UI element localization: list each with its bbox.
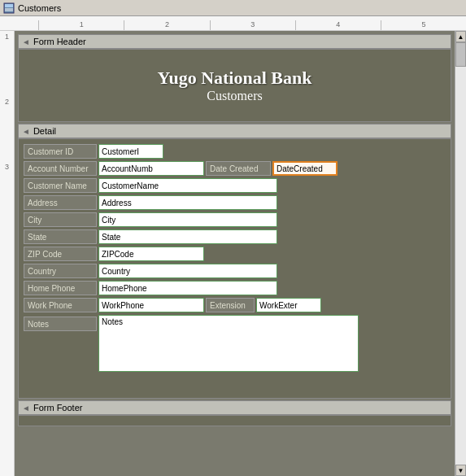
left-ruler-2: 2 <box>0 96 14 161</box>
city-input[interactable]: City <box>98 212 277 227</box>
country-input[interactable]: Country <box>98 264 277 278</box>
form-header-content: Yugo National Bank Customers <box>18 49 451 122</box>
customer-name-label: Customer Name <box>24 178 97 193</box>
form-footer-content <box>18 415 451 426</box>
notes-input[interactable]: Notes <box>98 315 359 372</box>
form-subtitle: Customers <box>207 89 262 103</box>
form-footer-arrow: ◄ <box>22 404 30 413</box>
home-phone-row: Home Phone HomePhone <box>24 281 446 295</box>
customer-name-input[interactable]: CustomerName <box>98 178 277 193</box>
form-header-arrow: ◄ <box>22 37 30 46</box>
ruler-mark-1: 1 <box>38 20 124 30</box>
scroll-up-button[interactable]: ▲ <box>455 31 466 42</box>
customer-id-row: Customer ID CustomerI <box>24 144 446 159</box>
country-row: Country Country <box>24 264 446 278</box>
form-icon <box>3 2 15 14</box>
address-row: Address Address <box>24 195 446 210</box>
ruler-mark-4: 4 <box>295 20 381 30</box>
home-phone-label: Home Phone <box>24 281 97 295</box>
bank-name: Yugo National Bank <box>158 68 312 89</box>
scroll-down-button[interactable]: ▼ <box>455 465 466 476</box>
notes-row: Notes Notes <box>24 315 446 372</box>
address-input[interactable]: Address <box>98 195 277 210</box>
home-phone-input[interactable]: HomePhone <box>98 281 277 295</box>
ruler-mark-5: 5 <box>381 20 466 30</box>
ruler-mark-2: 2 <box>124 20 209 30</box>
svg-rect-1 <box>5 4 13 7</box>
detail-arrow: ◄ <box>22 127 30 136</box>
left-ruler-1: 1 <box>0 31 14 96</box>
design-area: ◄ Form Header Yugo National Bank Custome… <box>15 31 455 476</box>
work-phone-input[interactable]: WorkPhone <box>98 298 204 312</box>
zip-code-label: ZIP Code <box>24 247 97 261</box>
ruler-mark-3: 3 <box>210 20 295 30</box>
city-label: City <box>24 212 97 227</box>
work-phone-row: Work Phone WorkPhone Extension WorkExter <box>24 298 446 312</box>
work-phone-label: Work Phone <box>24 298 97 312</box>
left-ruler: 1 2 3 <box>0 31 15 476</box>
city-row: City City <box>24 212 446 227</box>
address-label: Address <box>24 195 97 210</box>
state-input[interactable]: State <box>98 229 277 244</box>
customer-name-row: Customer Name CustomerName <box>24 178 446 193</box>
state-row: State State <box>24 229 446 244</box>
detail-content: Customer ID CustomerI Account Number Acc… <box>18 138 451 399</box>
scrollbar-track[interactable] <box>455 42 466 465</box>
scrollbar-thumb[interactable] <box>455 42 466 67</box>
zip-code-input[interactable]: ZIPCode <box>98 247 204 261</box>
form-header-label: ◄ Form Header <box>18 34 451 49</box>
account-number-label: Account Number <box>24 161 97 176</box>
extension-label: Extension <box>206 298 255 312</box>
date-created-label: Date Created <box>206 161 271 176</box>
notes-label: Notes <box>24 317 97 331</box>
window-title: Customers <box>18 3 61 13</box>
country-label: Country <box>24 264 97 278</box>
detail-label: ◄ Detail <box>18 124 451 138</box>
extension-input[interactable]: WorkExter <box>256 298 321 312</box>
zip-code-row: ZIP Code ZIPCode <box>24 247 446 261</box>
customer-id-label: Customer ID <box>24 144 97 159</box>
account-number-input[interactable]: AccountNumb <box>98 161 204 176</box>
left-ruler-3: 3 <box>0 161 14 226</box>
date-created-input[interactable]: DateCreated <box>272 161 338 176</box>
customer-id-input[interactable]: CustomerI <box>98 144 163 159</box>
account-number-row: Account Number AccountNumb Date Created … <box>24 161 446 176</box>
vertical-scrollbar[interactable]: ▲ ▼ <box>455 31 466 476</box>
ruler: 1 2 3 4 5 <box>0 16 466 31</box>
main-content: 1 2 3 ◄ Form Header Yugo National Bank C… <box>0 31 466 476</box>
form-footer-label: ◄ Form Footer <box>18 400 451 415</box>
title-bar: Customers <box>0 0 466 16</box>
state-label: State <box>24 229 97 244</box>
